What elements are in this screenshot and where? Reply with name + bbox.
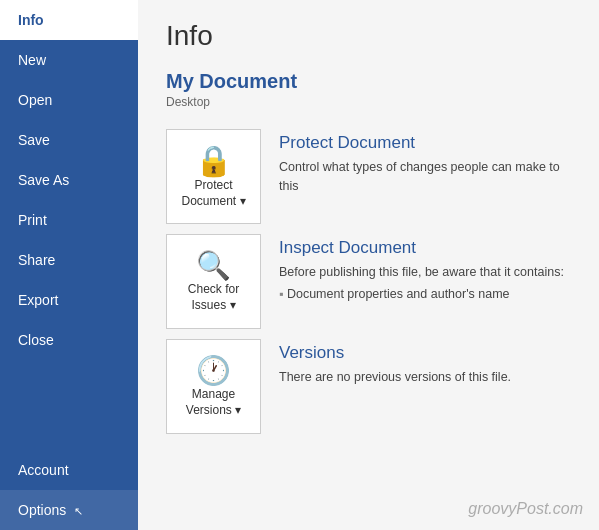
versions-icon: 🕐: [196, 354, 231, 387]
sidebar-label-close: Close: [18, 332, 54, 348]
protect-button[interactable]: 🔒 ProtectDocument ▾: [166, 129, 261, 224]
document-name: My Document: [166, 70, 571, 93]
sidebar-label-options: Options: [18, 502, 66, 518]
sidebar-label-account: Account: [18, 462, 69, 478]
sidebar-item-account[interactable]: Account: [0, 450, 138, 490]
sidebar-item-share[interactable]: Share: [0, 240, 138, 280]
manage-versions-button[interactable]: 🕐 ManageVersions ▾: [166, 339, 261, 434]
watermark: groovyPost.com: [468, 500, 583, 518]
inspect-card: 🔍 Check forIssues ▾ Inspect Document Bef…: [166, 234, 571, 329]
inspect-list-item: Document properties and author's name: [279, 285, 571, 304]
sidebar-item-options[interactable]: Options ↖: [0, 490, 138, 530]
protect-title: Protect Document: [279, 133, 571, 153]
main-content: Info My Document Desktop 🔒 ProtectDocume…: [138, 0, 599, 530]
sidebar-label-new: New: [18, 52, 46, 68]
check-issues-button[interactable]: 🔍 Check forIssues ▾: [166, 234, 261, 329]
sidebar-label-print: Print: [18, 212, 47, 228]
versions-card: 🕐 ManageVersions ▾ Versions There are no…: [166, 339, 571, 434]
sidebar-item-close[interactable]: Close: [0, 320, 138, 360]
sidebar-item-new[interactable]: New: [0, 40, 138, 80]
inspect-desc: Before publishing this file, be aware th…: [279, 263, 571, 304]
sidebar-spacer: [0, 360, 138, 450]
inspect-content: Inspect Document Before publishing this …: [279, 234, 571, 304]
sidebar-label-export: Export: [18, 292, 58, 308]
sidebar-bottom: Account Options ↖: [0, 450, 138, 530]
sidebar-item-save[interactable]: Save: [0, 120, 138, 160]
sidebar: Info New Open Save Save As Print Share E…: [0, 0, 138, 530]
sidebar-label-save: Save: [18, 132, 50, 148]
protect-desc: Control what types of changes people can…: [279, 158, 571, 196]
protect-content: Protect Document Control what types of c…: [279, 129, 571, 196]
protect-card: 🔒 ProtectDocument ▾ Protect Document Con…: [166, 129, 571, 224]
inspect-icon: 🔍: [196, 249, 231, 282]
sidebar-label-info: Info: [18, 12, 44, 28]
check-issues-button-label: Check forIssues ▾: [188, 282, 239, 313]
versions-title: Versions: [279, 343, 571, 363]
sidebar-item-print[interactable]: Print: [0, 200, 138, 240]
sidebar-label-share: Share: [18, 252, 55, 268]
page-title: Info: [166, 20, 571, 52]
sidebar-item-save-as[interactable]: Save As: [0, 160, 138, 200]
manage-versions-button-label: ManageVersions ▾: [186, 387, 241, 418]
sidebar-label-open: Open: [18, 92, 52, 108]
sidebar-label-save-as: Save As: [18, 172, 69, 188]
lock-icon: 🔒: [195, 143, 232, 178]
sidebar-item-open[interactable]: Open: [0, 80, 138, 120]
inspect-title: Inspect Document: [279, 238, 571, 258]
document-location: Desktop: [166, 95, 571, 109]
protect-button-label: ProtectDocument ▾: [181, 178, 245, 209]
sidebar-item-info[interactable]: Info: [0, 0, 138, 40]
versions-desc: There are no previous versions of this f…: [279, 368, 571, 387]
versions-content: Versions There are no previous versions …: [279, 339, 571, 387]
sidebar-item-export[interactable]: Export: [0, 280, 138, 320]
